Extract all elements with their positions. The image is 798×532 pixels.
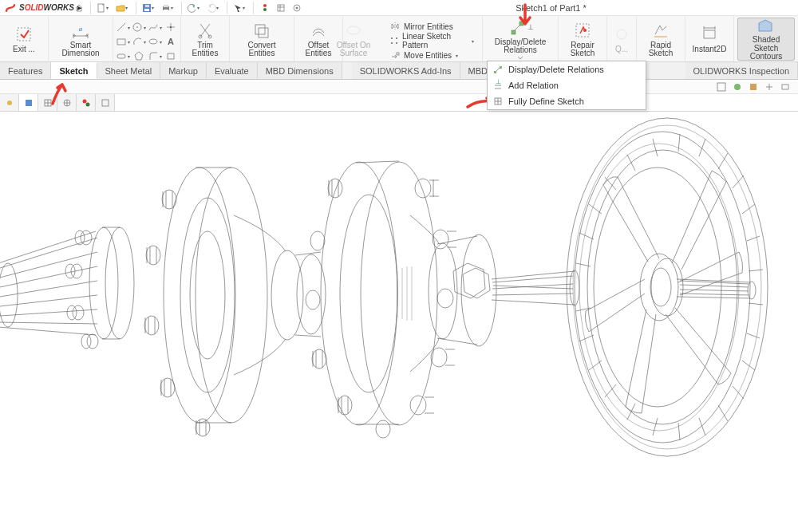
slot-tool-icon[interactable]: ▾ xyxy=(117,49,129,62)
instant2d-button[interactable]: Instant2D xyxy=(689,18,730,61)
svg-point-25 xyxy=(347,26,360,34)
svg-point-73 xyxy=(271,250,303,340)
subbar-icon-1[interactable] xyxy=(715,81,728,93)
svg-rect-23 xyxy=(255,25,265,34)
svg-rect-3 xyxy=(145,5,149,7)
move-entities-button[interactable]: Move Entities▾ xyxy=(386,49,479,61)
svg-rect-9 xyxy=(278,5,284,11)
circle-tool-icon[interactable]: ▾ xyxy=(132,21,145,33)
svg-point-77 xyxy=(340,195,397,392)
qat-new-icon[interactable]: ▾ xyxy=(95,2,113,14)
svg-point-29 xyxy=(396,42,397,44)
line-tool-icon[interactable]: ▾ xyxy=(117,21,129,33)
subbar-icon-4[interactable] xyxy=(763,81,776,93)
svg-point-85 xyxy=(433,230,448,249)
svg-rect-15 xyxy=(117,54,125,58)
svg-point-63 xyxy=(81,334,91,349)
svg-point-55 xyxy=(105,227,134,339)
svg-point-90 xyxy=(461,234,496,346)
qat-save-icon[interactable]: ▾ xyxy=(140,2,158,14)
exit-sketch-button[interactable]: Exit ... xyxy=(3,18,45,61)
qat-settings-icon[interactable] xyxy=(290,2,304,14)
svg-point-69 xyxy=(146,246,160,265)
svg-point-79 xyxy=(310,231,325,250)
svg-point-92 xyxy=(575,132,750,443)
tab-solidworks-inspection[interactable]: OLIDWORKS Inspection xyxy=(685,62,798,79)
svg-point-93 xyxy=(587,150,737,424)
svg-point-101 xyxy=(579,144,739,431)
fillet-tool-icon[interactable]: ▾ xyxy=(148,49,161,62)
qat-open-icon[interactable]: ▾ xyxy=(114,2,132,14)
subbar-icon-2[interactable] xyxy=(731,81,744,93)
svg-rect-44 xyxy=(750,84,757,90)
spline-tool-icon[interactable]: ▾ xyxy=(148,21,161,33)
svg-point-58 xyxy=(71,264,82,278)
rectangle-tool-icon[interactable]: ▾ xyxy=(117,35,129,48)
mgr-tab-4[interactable] xyxy=(57,94,77,111)
tab-evaluate[interactable]: Evaluate xyxy=(207,62,258,79)
mirror-entities-button[interactable]: Mirror Entities xyxy=(386,20,479,33)
graphics-viewport[interactable] xyxy=(0,112,798,532)
svg-point-8 xyxy=(263,8,267,11)
qat-print-icon[interactable]: ▾ xyxy=(160,2,177,14)
tab-sketch[interactable]: Sketch xyxy=(51,62,97,79)
svg-point-18 xyxy=(149,39,157,44)
svg-text:A: A xyxy=(168,37,174,46)
svg-point-82 xyxy=(338,396,352,415)
plane-tool-icon[interactable] xyxy=(164,49,177,62)
svg-rect-5 xyxy=(164,5,168,7)
tab-markup[interactable]: Markup xyxy=(160,62,207,79)
shaded-sketch-contours-button[interactable]: Shaded Sketch Contours xyxy=(737,18,795,61)
svg-text:⊥: ⊥ xyxy=(527,23,534,31)
display-delete-relations-button[interactable]: ⊥ Display/Delete Relations xyxy=(486,18,555,61)
svg-point-72 xyxy=(196,419,210,436)
dropdown-add-relation[interactable]: ⊥ Add Relation xyxy=(488,77,646,93)
sketch-tools-grid: ▾ ▾ ▾ ▾ ▾ ▾ ▾ ▾ A xyxy=(117,18,177,62)
svg-point-70 xyxy=(144,316,159,335)
svg-rect-42 xyxy=(717,83,725,91)
svg-point-98 xyxy=(650,268,671,306)
qat-redo-icon[interactable]: ▾ xyxy=(205,2,223,14)
dropdown-fully-define-sketch[interactable]: Fully Define Sketch xyxy=(488,93,646,109)
svg-point-11 xyxy=(296,6,298,9)
qat-select-icon[interactable]: ▾ xyxy=(231,2,249,14)
mgr-tab-3[interactable] xyxy=(38,94,57,111)
tab-sheet-metal[interactable]: Sheet Metal xyxy=(97,62,161,79)
qat-options-icon[interactable] xyxy=(274,2,288,14)
ellipse-tool-icon[interactable]: ▾ xyxy=(148,35,161,48)
subbar-icon-3[interactable] xyxy=(747,81,760,93)
svg-rect-52 xyxy=(102,100,109,106)
qat-home-icon[interactable] xyxy=(72,2,86,14)
svg-point-78 xyxy=(328,179,342,198)
polygon-tool-icon[interactable] xyxy=(132,49,145,62)
rapid-sketch-button[interactable]: Rapid Sketch xyxy=(640,18,681,61)
svg-point-96 xyxy=(640,254,678,321)
mgr-tab-5[interactable] xyxy=(77,94,96,111)
convert-entities-button[interactable]: Convert Entities xyxy=(233,18,290,61)
text-tool-icon[interactable]: A xyxy=(164,35,177,48)
subbar-icon-5[interactable] xyxy=(779,81,792,93)
mgr-tab-6[interactable] xyxy=(96,94,115,111)
offset-on-surface-button[interactable]: Offset On Surface xyxy=(333,18,374,61)
svg-point-54 xyxy=(89,227,118,339)
svg-point-61 xyxy=(67,305,77,320)
qat-undo-icon[interactable]: ▾ xyxy=(186,2,203,14)
svg-point-51 xyxy=(85,102,89,106)
tab-solidworks-addins[interactable]: SOLIDWORKS Add-Ins xyxy=(352,62,460,79)
qat-rebuild-icon[interactable] xyxy=(258,2,272,14)
smart-dimension-button[interactable]: ø Smart Dimension xyxy=(52,18,109,61)
repair-sketch-button[interactable]: Repair Sketch xyxy=(562,18,603,61)
mgr-tab-2[interactable] xyxy=(19,94,38,111)
point-tool-icon[interactable] xyxy=(164,21,177,33)
tab-mbd-dimensions[interactable]: MBD Dimensions xyxy=(258,62,342,79)
trim-entities-button[interactable]: Trim Entities xyxy=(184,18,226,61)
arc-tool-icon[interactable]: ▾ xyxy=(132,35,145,48)
mgr-tab-1[interactable] xyxy=(0,94,19,111)
linear-pattern-button[interactable]: Linear Sketch Pattern▾ xyxy=(386,34,479,47)
tab-features[interactable]: Features xyxy=(0,62,51,79)
svg-rect-39 xyxy=(500,66,502,69)
svg-text:ø: ø xyxy=(79,26,83,33)
dropdown-display-delete-relations[interactable]: Display/Delete Relations xyxy=(488,61,646,77)
quick-snaps-button[interactable]: Q... xyxy=(610,18,633,61)
svg-rect-45 xyxy=(782,85,788,89)
